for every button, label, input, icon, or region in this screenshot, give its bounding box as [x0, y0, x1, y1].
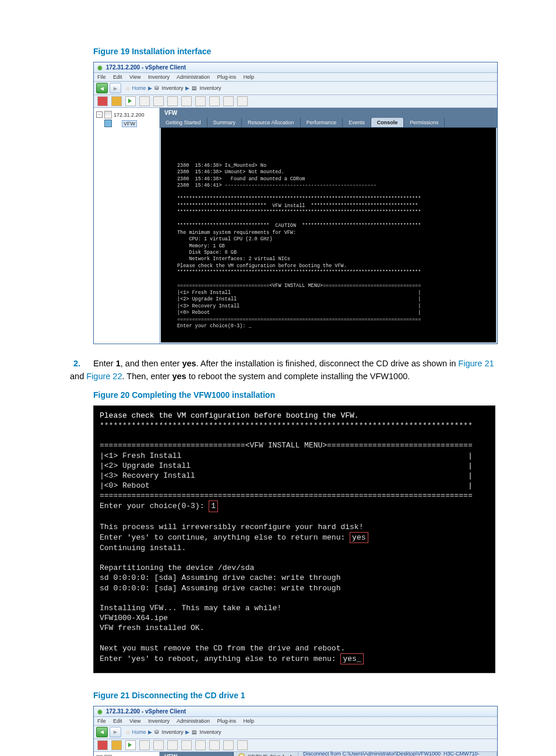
tab-permissions[interactable]: Permissions: [404, 118, 445, 127]
toolbar-button[interactable]: [167, 96, 178, 106]
figure-20-screenshot: Please check the VM configuration before…: [93, 405, 495, 673]
tree-host-ip: 172.31.2.200: [114, 112, 145, 118]
toolbar-button[interactable]: [167, 740, 178, 750]
panel-title: VFW: [160, 752, 234, 756]
toolbar-button[interactable]: [153, 740, 164, 750]
vm-icon: [104, 120, 112, 127]
console-line: Next you must remove the CD from the dri…: [100, 644, 345, 653]
menu-plugins[interactable]: Plug-ins: [217, 718, 237, 724]
tab-events[interactable]: Events: [343, 118, 371, 127]
menu-view[interactable]: View: [129, 718, 140, 724]
vm-stop-button[interactable]: [97, 96, 108, 106]
vm-play-button[interactable]: [125, 740, 136, 750]
vm-pause-button[interactable]: [111, 740, 122, 750]
tab-resource-allocation[interactable]: Resource Allocation: [242, 118, 301, 127]
breadcrumb-inventory-2[interactable]: Inventory: [199, 85, 221, 91]
nav-row: ◄ ► ⌂ Home ▶⛁ Inventory ▶▤ Inventory: [94, 82, 497, 95]
menu-inventory[interactable]: Inventory: [148, 74, 170, 80]
menu-file[interactable]: File: [97, 718, 106, 724]
window-titlebar: ◉ 172.31.2.200 - vSphere Client: [94, 62, 497, 73]
toolbar-button[interactable]: [223, 96, 234, 106]
toolbar-button[interactable]: [209, 96, 220, 106]
menu-administration[interactable]: Administration: [177, 718, 210, 724]
menu-edit[interactable]: Edit: [113, 74, 122, 80]
console-menu-item: |<2> Upgrade Install |: [100, 461, 473, 470]
step-2: 2.Enter 1, and then enter yes. After the…: [70, 357, 509, 383]
step-text: Enter: [93, 359, 116, 368]
disconnect-iso-label: Disconnect from C:\Users\Administrator\D…: [303, 751, 492, 756]
step-bold: yes: [172, 372, 186, 381]
console-prompt: Enter your choice(0-3):: [100, 502, 204, 510]
toolbar-button[interactable]: [195, 96, 206, 106]
menu-administration[interactable]: Administration: [177, 74, 210, 80]
breadcrumb-inventory[interactable]: Inventory: [161, 85, 183, 91]
toolbar-button[interactable]: [181, 740, 192, 750]
figure-link[interactable]: Figure 21: [458, 359, 494, 368]
menu-help[interactable]: Help: [244, 74, 255, 80]
figure-21-caption: Figure 21 Disconnecting the CD drive 1: [93, 691, 509, 700]
window-title: 172.31.2.200 - vSphere Client: [106, 708, 186, 715]
nav-forward-button[interactable]: ►: [110, 727, 121, 737]
console-input-highlight: 1: [209, 501, 218, 512]
tab-console[interactable]: Console: [371, 118, 404, 127]
vsphere-icon: ◉: [97, 64, 103, 71]
toolbar-button[interactable]: [209, 740, 220, 750]
tree-vm-name: VFW: [122, 120, 137, 127]
nav-back-button[interactable]: ◄: [96, 727, 108, 737]
nav-back-button[interactable]: ◄: [96, 83, 108, 93]
toolbar-button[interactable]: [139, 96, 150, 106]
toolbar-row: [94, 95, 497, 108]
tab-summary[interactable]: Summary: [207, 118, 242, 127]
toolbar-button[interactable]: [223, 740, 234, 750]
breadcrumb-inventory[interactable]: Inventory: [161, 729, 183, 735]
breadcrumb-home[interactable]: Home: [132, 729, 146, 735]
menu-file[interactable]: File: [97, 74, 106, 80]
toolbar-button[interactable]: [195, 740, 206, 750]
toolbar-button[interactable]: [139, 740, 150, 750]
console-line: Enter 'yes' to continue, anything else t…: [100, 533, 345, 542]
breadcrumb: ⌂ Home ▶⛁ Inventory ▶▤ Inventory: [126, 85, 221, 91]
vm-console[interactable]: 2380 15:46:38> Is_Mounted> No 2380 15:46…: [160, 128, 497, 344]
breadcrumb-home[interactable]: Home: [132, 85, 146, 91]
console-divider: ****************************************…: [100, 421, 473, 430]
toolbar-button[interactable]: [181, 96, 192, 106]
console-menu-header: ================================<VFW INS…: [100, 441, 473, 450]
step-number: 2.: [73, 357, 93, 370]
tree-host-row[interactable]: − 172.31.2.200: [95, 110, 158, 119]
console-menu-item: |<0> Reboot |: [100, 481, 473, 490]
right-panel: VFW Getting Started Summary Resource All…: [160, 108, 497, 344]
toolbar-button[interactable]: [237, 96, 248, 106]
menu-edit[interactable]: Edit: [113, 718, 122, 724]
toolbar-button[interactable]: [153, 96, 164, 106]
vm-play-button[interactable]: [125, 96, 136, 106]
menu-bar: File Edit View Inventory Administration …: [94, 717, 497, 726]
disconnect-iso-item[interactable]: Disconnect from C:\Users\Administrator\D…: [298, 752, 497, 756]
toolbar-button[interactable]: [237, 740, 248, 750]
menu-inventory[interactable]: Inventory: [148, 718, 170, 724]
console-line: sd 0:0:0:0: [sda] Assuming drive cache: …: [100, 584, 340, 593]
vm-pause-button[interactable]: [111, 96, 122, 106]
menu-view[interactable]: View: [129, 74, 140, 80]
breadcrumb-inventory-2[interactable]: Inventory: [199, 729, 221, 735]
console-input-highlight: yes_: [340, 653, 363, 664]
step-text: , and then enter: [121, 359, 182, 368]
tab-getting-started[interactable]: Getting Started: [160, 118, 207, 127]
host-icon: [104, 111, 112, 118]
console-line: Installing VFW... This may take a while!: [100, 604, 281, 612]
console-line: sd 0:0:0:0: [sda] Assuming drive cache: …: [100, 573, 340, 582]
step-text: . Then, enter: [122, 372, 173, 381]
figure-19-screenshot: ◉ 172.31.2.200 - vSphere Client File Edi…: [93, 62, 498, 344]
figure-link[interactable]: Figure 22: [86, 372, 122, 381]
tree-collapse-icon[interactable]: −: [96, 111, 103, 118]
nav-forward-button[interactable]: ►: [110, 83, 121, 93]
tree-vm-row[interactable]: VFW: [95, 119, 158, 128]
cd-drive-label: CD/DVD drive 1: [248, 754, 285, 756]
step-text: . After the installation is finished, di…: [196, 359, 459, 368]
cd-drive-button[interactable]: CD/DVD drive 1: [234, 752, 298, 756]
menu-help[interactable]: Help: [244, 718, 255, 724]
vm-stop-button[interactable]: [97, 740, 108, 750]
console-line: VFW1000-X64.ipe: [100, 614, 168, 622]
menu-plugins[interactable]: Plug-ins: [217, 74, 237, 80]
tab-performance[interactable]: Performance: [301, 118, 343, 127]
console-menu-footer: ========================================…: [100, 491, 473, 500]
